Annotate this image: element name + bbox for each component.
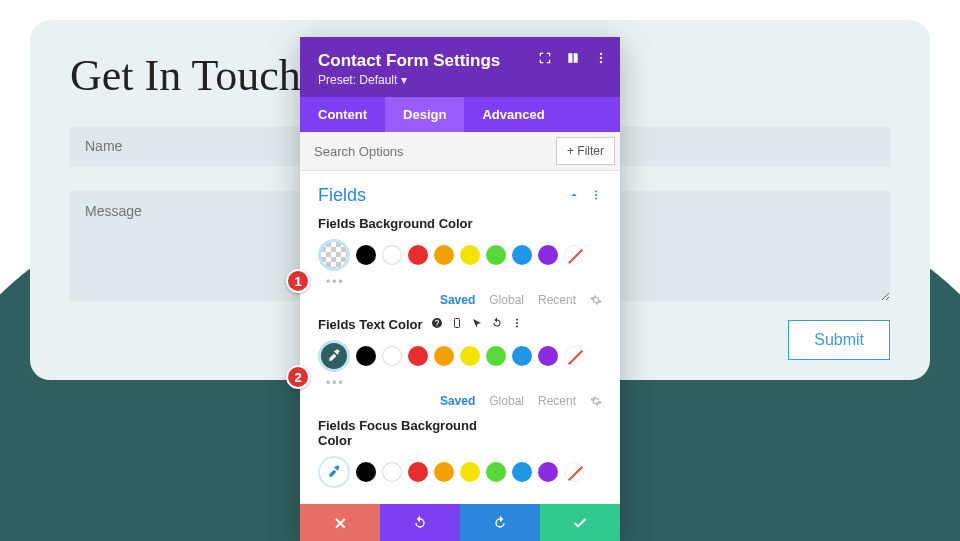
swatch-purple[interactable] xyxy=(538,245,558,265)
help-icon[interactable] xyxy=(431,317,443,332)
swatch-yellow[interactable] xyxy=(460,346,480,366)
svg-rect-6 xyxy=(454,319,459,328)
svg-point-7 xyxy=(516,319,518,321)
panel-preset[interactable]: Preset: Default ▾ xyxy=(318,73,602,87)
panel-header: Contact Form Settings Preset: Default ▾ xyxy=(300,37,620,97)
swatch-yellow[interactable] xyxy=(460,462,480,482)
swatch-black[interactable] xyxy=(356,245,376,265)
swatch-orange[interactable] xyxy=(434,245,454,265)
opt2-text: Fields Text Color xyxy=(318,317,423,332)
swatch-red[interactable] xyxy=(408,245,428,265)
gear-icon[interactable] xyxy=(590,395,602,407)
swatch-purple[interactable] xyxy=(538,462,558,482)
status-global[interactable]: Global xyxy=(489,293,524,307)
swatch-blue[interactable] xyxy=(512,245,532,265)
opt-more-icon[interactable] xyxy=(511,317,523,332)
swatch-white[interactable] xyxy=(382,245,402,265)
eyedropper-icon xyxy=(327,349,341,363)
filter-button[interactable]: + Filter xyxy=(556,137,615,165)
status-recent[interactable]: Recent xyxy=(538,394,576,408)
swatch-none[interactable] xyxy=(564,245,584,265)
tabs: Content Design Advanced xyxy=(300,97,620,132)
tab-content[interactable]: Content xyxy=(300,97,385,132)
expand-icon[interactable] xyxy=(538,51,552,69)
gear-icon[interactable] xyxy=(590,294,602,306)
tab-advanced[interactable]: Advanced xyxy=(464,97,562,132)
panel-body: Fields Fields Background Color ••• Saved… xyxy=(300,171,620,504)
status-saved[interactable]: Saved xyxy=(440,293,475,307)
fields-bg-swatches xyxy=(318,239,602,271)
swatch-green[interactable] xyxy=(486,245,506,265)
fields-text-color-label: Fields Text Color xyxy=(318,317,602,332)
svg-point-2 xyxy=(600,61,602,63)
swatch-black[interactable] xyxy=(356,462,376,482)
eyedropper-icon xyxy=(327,465,341,479)
svg-point-9 xyxy=(516,326,518,328)
swatch-white[interactable] xyxy=(382,462,402,482)
status-global[interactable]: Global xyxy=(489,394,524,408)
more-icon[interactable] xyxy=(594,51,608,69)
callout-badge-1: 1 xyxy=(286,269,310,293)
tab-design[interactable]: Design xyxy=(385,97,464,132)
swatch-none[interactable] xyxy=(564,346,584,366)
more-dots[interactable]: ••• xyxy=(326,376,602,390)
section-more-icon[interactable] xyxy=(590,187,602,205)
svg-point-3 xyxy=(595,190,597,192)
search-input[interactable] xyxy=(300,134,551,169)
swatch-red[interactable] xyxy=(408,346,428,366)
fields-focus-bg-label: Fields Focus Background Color xyxy=(318,418,488,448)
redo-button[interactable] xyxy=(460,504,540,541)
current-swatch-transparent[interactable] xyxy=(318,239,350,271)
svg-point-0 xyxy=(600,53,602,55)
swatch-blue[interactable] xyxy=(512,462,532,482)
fields-text-swatches xyxy=(318,340,602,372)
save-button[interactable] xyxy=(540,504,620,541)
swatch-black[interactable] xyxy=(356,346,376,366)
fields-focus-swatches xyxy=(318,456,602,488)
svg-point-4 xyxy=(595,194,597,196)
undo-button[interactable] xyxy=(380,504,460,541)
current-swatch-empty[interactable] xyxy=(318,456,350,488)
collapse-icon[interactable] xyxy=(568,187,580,205)
svg-point-5 xyxy=(595,197,597,199)
device-icon[interactable] xyxy=(451,317,463,332)
swatch-orange[interactable] xyxy=(434,462,454,482)
reset-icon[interactable] xyxy=(491,317,503,332)
swatch-blue[interactable] xyxy=(512,346,532,366)
search-bar: + Filter xyxy=(300,132,620,171)
cancel-button[interactable] xyxy=(300,504,380,541)
svg-point-1 xyxy=(600,57,602,59)
fields-bg-color-label: Fields Background Color xyxy=(318,216,602,231)
current-swatch-teal[interactable] xyxy=(318,340,350,372)
swatch-purple[interactable] xyxy=(538,346,558,366)
submit-button[interactable]: Submit xyxy=(788,320,890,360)
swatch-none[interactable] xyxy=(564,462,584,482)
settings-panel: Contact Form Settings Preset: Default ▾ … xyxy=(300,37,620,541)
section-title[interactable]: Fields xyxy=(318,185,366,206)
swatch-green[interactable] xyxy=(486,462,506,482)
swatch-yellow[interactable] xyxy=(460,245,480,265)
swatch-red[interactable] xyxy=(408,462,428,482)
more-dots[interactable]: ••• xyxy=(326,275,602,289)
columns-icon[interactable] xyxy=(566,51,580,69)
panel-footer xyxy=(300,504,620,541)
swatch-white[interactable] xyxy=(382,346,402,366)
swatch-orange[interactable] xyxy=(434,346,454,366)
callout-badge-2: 2 xyxy=(286,365,310,389)
swatch-green[interactable] xyxy=(486,346,506,366)
status-saved[interactable]: Saved xyxy=(440,394,475,408)
status-recent[interactable]: Recent xyxy=(538,293,576,307)
hover-icon[interactable] xyxy=(471,317,483,332)
svg-point-8 xyxy=(516,322,518,324)
